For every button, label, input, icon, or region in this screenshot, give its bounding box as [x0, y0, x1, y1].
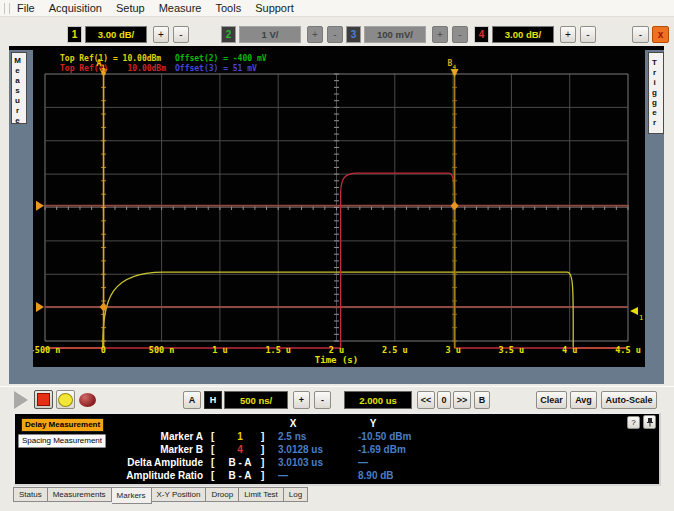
top-ref4-readout: Top Ref(4) 10.00dBm	[60, 64, 166, 74]
channel-3-button[interactable]: 3	[346, 26, 361, 43]
marker-a-x-value: 2.5 ns	[278, 431, 306, 442]
run-icon[interactable]	[14, 391, 28, 409]
top-ref1-readout: Top Ref(1) = 10.00dBm	[60, 54, 161, 64]
menu-acquisition[interactable]: Acquisition	[49, 2, 102, 14]
avg-button[interactable]: Avg	[570, 391, 597, 409]
scope-display: 1-500 n0500 n1 u1.5 u2 u2.5 u3 u3.5 u4 u…	[33, 50, 645, 367]
marker-b-button[interactable]: B	[474, 391, 490, 409]
channel-1-scale-up-button[interactable]: +	[153, 26, 169, 43]
tab-measurements[interactable]: Measurements	[48, 487, 112, 502]
pushpin-icon	[645, 417, 655, 427]
marker-b-point-diamond-icon	[451, 201, 459, 210]
pin-button[interactable]	[643, 415, 656, 429]
marker-b-top-triangle-icon	[451, 69, 459, 77]
channel-4-scale-display[interactable]: 3.00 dB/	[492, 26, 554, 43]
marker-a-level-arrow-icon	[36, 302, 44, 312]
channel-3-group: 3 100 mV/ + -	[346, 26, 472, 43]
channel-1-indicator-icon	[630, 307, 638, 315]
x-tick-label: 4 u	[562, 345, 577, 355]
channel-1-button[interactable]: 1	[67, 26, 82, 43]
timebase-minus-button[interactable]: -	[314, 391, 331, 409]
stop-icon	[37, 393, 50, 406]
bottom-tab-bar: Status Measurements Markers X-Y Position…	[13, 487, 308, 504]
channel-2-group: 2 1 V/ + -	[221, 26, 347, 43]
toolbar-gripper	[4, 3, 10, 14]
tab-droop[interactable]: Droop	[206, 487, 239, 502]
menu-setup[interactable]: Setup	[116, 2, 145, 14]
delay-display[interactable]: 2.000 us	[344, 391, 412, 409]
x-tick-label: 2 u	[329, 345, 344, 355]
delay-zero-button[interactable]: 0	[437, 391, 451, 409]
channel-4-scale-up-button[interactable]: +	[560, 26, 576, 43]
trigger-side-tab[interactable]: Trigger	[648, 52, 664, 134]
x-tick-label: 4.5 u	[615, 345, 641, 355]
marker-b-level-arrow-icon	[36, 201, 44, 211]
channel-2-scale-display: 1 V/	[239, 26, 301, 43]
auto-scale-button[interactable]: Auto-Scale	[601, 391, 657, 409]
delta-amplitude-x-value: 3.0103 us	[278, 457, 323, 468]
help-button[interactable]: ?	[627, 416, 640, 429]
channel-1-scale-display[interactable]: 3.00 dB/	[85, 26, 147, 43]
channel-2-scale-down-button: -	[327, 26, 343, 43]
channel-4-group: 4 3.00 dB/ + -	[474, 26, 600, 43]
toolbar-minimize-button[interactable]: -	[632, 26, 649, 43]
scope-plot[interactable]: 1-500 n0500 n1 u1.5 u2 u2.5 u3 u3.5 u4 u…	[33, 50, 645, 367]
timebase-plus-button[interactable]: +	[293, 391, 310, 409]
timebase-h-button[interactable]: H	[204, 391, 222, 409]
x-tick-label: 3 u	[445, 345, 460, 355]
tab-xy-position[interactable]: X-Y Position	[152, 487, 207, 502]
marker-b-label[interactable]: B4	[448, 59, 456, 70]
channel-3-scale-down-button: -	[452, 26, 468, 43]
marker-a-row: Marker A [ 1 ] 2.5 ns -10.50 dBm	[15, 431, 659, 444]
delay-back-button[interactable]: <<	[417, 391, 435, 409]
tab-log[interactable]: Log	[284, 487, 308, 502]
timebase-a-button[interactable]: A	[183, 391, 201, 409]
column-header-y: Y	[356, 418, 390, 429]
menu-measure[interactable]: Measure	[159, 2, 202, 14]
acquisition-control-bar: A H 500 ns/ + - 2.000 us << 0 >> B Clear…	[0, 386, 674, 412]
timebase-display[interactable]: 500 ns/	[224, 391, 288, 409]
markers-measurement-panel: Delay Measurement Spacing Measurement ? …	[13, 412, 661, 486]
scope-frame: 1-500 n0500 n1 u1.5 u2 u2.5 u3 u3.5 u4 u…	[9, 46, 664, 384]
stop-button[interactable]	[34, 390, 53, 409]
channel-toolbar: 1 3.00 dB/ + - 2 1 V/ + - 3 100 mV/ + - …	[0, 17, 674, 46]
marker-b-x-value: 3.0128 us	[278, 444, 323, 455]
channel-1-group: 1 3.00 dB/ + -	[67, 26, 193, 43]
marker-a-label[interactable]: A1	[97, 59, 105, 70]
offset3-readout: Offset(3) = 51 mV	[175, 64, 257, 74]
toolbar-close-button[interactable]: x	[652, 26, 669, 43]
single-button[interactable]	[56, 390, 75, 409]
x-axis-title: Time (s)	[315, 355, 358, 365]
channel-2-button[interactable]: 2	[221, 26, 236, 43]
channel-4-button[interactable]: 4	[474, 26, 489, 43]
marker-b-row: Marker B [ 4 ] 3.0128 us -1.69 dBm	[15, 444, 659, 457]
channel-4-scale-down-button[interactable]: -	[580, 26, 596, 43]
menu-support[interactable]: Support	[255, 2, 294, 14]
armed-indicator-icon	[79, 393, 96, 407]
marker-a-y-value: -10.50 dBm	[358, 431, 411, 442]
column-header-x: X	[276, 418, 310, 429]
measure-side-tab[interactable]: Measure	[11, 52, 27, 124]
offset2-readout: Offset(2) = -400 mV	[175, 54, 267, 64]
menu-tools[interactable]: Tools	[215, 2, 241, 14]
channel-1-scale-down-button[interactable]: -	[173, 26, 189, 43]
tab-status[interactable]: Status	[13, 487, 48, 502]
scope-region: 1-500 n0500 n1 u1.5 u2 u2.5 u3 u3.5 u4 u…	[0, 46, 674, 386]
x-tick-label: 3.5 u	[499, 345, 525, 355]
amplitude-ratio-row: Amplitude Ratio [ B - A ] — 8.90 dB	[15, 470, 659, 483]
channel-3-scale-up-button: +	[432, 26, 448, 43]
delta-amplitude-row: Delta Amplitude [ B - A ] 3.0103 us —	[15, 457, 659, 470]
clear-button[interactable]: Clear	[536, 391, 567, 409]
channel-2-scale-up-button: +	[307, 26, 323, 43]
delay-forward-button[interactable]: >>	[453, 391, 471, 409]
channel-indicator-number: 1	[639, 314, 643, 322]
x-tick-label: 1 u	[212, 345, 227, 355]
x-tick-label: 500 n	[149, 345, 175, 355]
menu-file[interactable]: File	[17, 2, 35, 14]
delay-measurement-button[interactable]: Delay Measurement	[21, 418, 104, 432]
amplitude-ratio-x-value: —	[278, 470, 288, 481]
tab-limit-test[interactable]: Limit Test	[239, 487, 284, 502]
channel-3-scale-display: 100 mV/	[364, 26, 426, 43]
x-tick-label: 1.5 u	[265, 345, 291, 355]
tab-markers[interactable]: Markers	[112, 487, 152, 504]
